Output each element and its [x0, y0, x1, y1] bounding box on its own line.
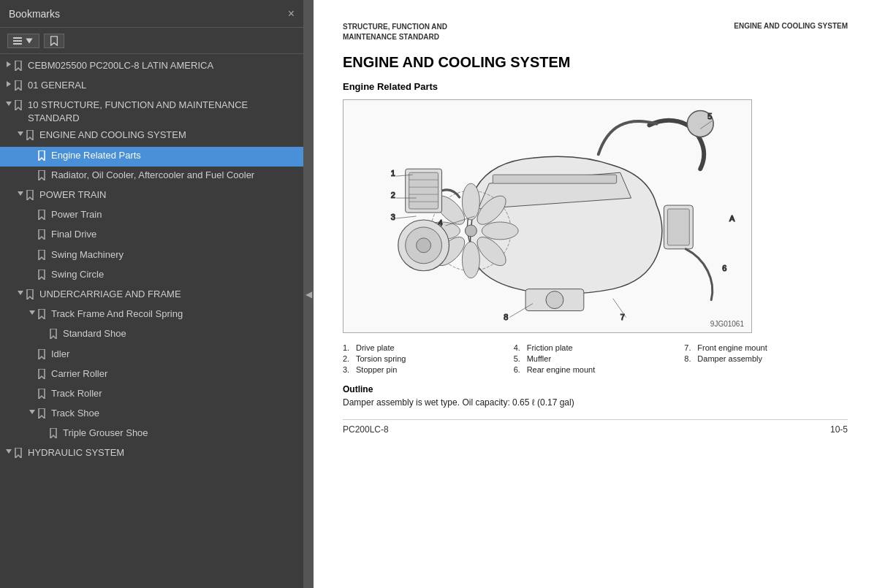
tree-item-label: Track Shoe — [51, 407, 299, 420]
part-number: 8. — [684, 354, 694, 363]
part-description: Drive plate — [356, 343, 395, 352]
tree-item[interactable]: UNDERCARRIAGE AND FRAME — [0, 286, 303, 305]
bookmark-flag-icon — [26, 190, 37, 204]
bookmark-action-button[interactable] — [44, 34, 64, 48]
part-entry: 8.Damper assembly — [684, 354, 848, 363]
right-panel: STRUCTURE, FUNCTION AND MAINTENANCE STAN… — [314, 0, 877, 588]
svg-marker-3 — [26, 38, 32, 43]
diagram-ref: 9JG01061 — [710, 320, 744, 328]
dropdown-arrow-icon — [24, 36, 34, 46]
part-description: Friction plate — [527, 343, 573, 352]
svg-marker-7 — [18, 131, 23, 136]
svg-marker-4 — [7, 61, 11, 67]
tree-item[interactable]: Final Drive — [0, 226, 303, 245]
expand-icon[interactable] — [15, 189, 26, 199]
tree-item[interactable]: Triple Grouser Shoe — [0, 424, 303, 444]
part-number: 2. — [343, 354, 353, 363]
svg-marker-6 — [6, 102, 12, 106]
tree-item-label: Engine Related Parts — [51, 149, 299, 162]
outline-title: Outline — [343, 384, 848, 394]
svg-point-30 — [546, 291, 563, 309]
tree-item[interactable]: 01 GENERAL — [0, 77, 303, 96]
svg-marker-8 — [18, 191, 23, 196]
tree-item-label: HYDRAULIC SYSTEM — [28, 446, 299, 459]
tree-item-label: POWER TRAIN — [39, 188, 299, 202]
svg-marker-11 — [29, 410, 35, 414]
tree-item-label: ENGINE AND COOLING SYSTEM — [39, 129, 299, 142]
tree-item-label: Triple Grouser Shoe — [63, 427, 299, 440]
tree-item-label: Radiator, Oil Cooler, Aftercooler and Fu… — [51, 169, 299, 182]
tree-item[interactable]: Idler — [0, 345, 303, 365]
tree-item[interactable]: Track Shoe — [0, 405, 303, 424]
svg-text:6: 6 — [722, 264, 726, 272]
part-entry: 5.Muffler — [514, 354, 677, 363]
svg-rect-32 — [409, 172, 438, 209]
expand-icon[interactable] — [3, 447, 15, 457]
footer-right: 10-5 — [830, 424, 848, 435]
tree-item-label: Track Frame And Recoil Spring — [51, 308, 299, 321]
part-number — [684, 365, 694, 374]
part-description: Stopper pin — [356, 365, 397, 374]
svg-rect-28 — [667, 209, 689, 245]
tree-item[interactable]: Radiator, Oil Cooler, Aftercooler and Fu… — [0, 167, 303, 186]
svg-point-39 — [417, 238, 431, 253]
tree-item[interactable]: ENGINE AND COOLING SYSTEM — [0, 126, 303, 146]
part-number: 6. — [514, 365, 524, 374]
doc-footer: PC200LC-8 10-5 — [343, 419, 848, 435]
list-icon — [12, 36, 23, 46]
svg-text:4: 4 — [438, 218, 443, 227]
tree-item-label: UNDERCARRIAGE AND FRAME — [39, 288, 299, 301]
part-entry: 7.Front engine mount — [684, 343, 848, 352]
doc-header-right-text: ENGINE AND COOLING SYSTEM — [734, 22, 848, 30]
collapse-panel-button[interactable]: ◀ — [303, 0, 314, 588]
tree-item[interactable]: Swing Machinery — [0, 246, 303, 266]
outline-text: Damper assembly is wet type. Oil capacit… — [343, 397, 848, 408]
svg-marker-12 — [6, 449, 12, 454]
part-entry: 6.Rear engine mount — [514, 365, 677, 374]
bookmark-flag-icon — [38, 270, 48, 283]
section-title: Engine Related Parts — [343, 81, 848, 92]
tree-item[interactable]: CEBM025500 PC200LC-8 LATIN AMERICA — [0, 57, 303, 77]
expand-icon[interactable] — [26, 408, 38, 418]
expand-icon[interactable] — [15, 289, 26, 299]
close-button[interactable]: × — [288, 8, 295, 20]
bookmark-flag-icon — [38, 150, 48, 164]
tree-item[interactable]: Track Roller — [0, 385, 303, 405]
expand-icon[interactable] — [3, 80, 15, 90]
bookmark-flag-icon — [50, 329, 60, 343]
part-description: Front engine mount — [697, 343, 767, 352]
bookmark-flag-icon — [38, 389, 48, 402]
tree-item[interactable]: Power Train — [0, 206, 303, 226]
tree-item[interactable]: 10 STRUCTURE, FUNCTION AND MAINTENANCE S… — [0, 96, 303, 126]
tree-item[interactable]: POWER TRAIN — [0, 186, 303, 206]
svg-rect-15 — [493, 175, 616, 183]
doc-header-right: ENGINE AND COOLING SYSTEM — [734, 22, 848, 30]
tree-item[interactable]: Swing Circle — [0, 266, 303, 286]
svg-marker-5 — [7, 81, 11, 87]
svg-text:5: 5 — [707, 112, 712, 121]
expand-icon[interactable] — [3, 60, 15, 70]
engine-svg: 1 2 3 4 5 6 A 7 8 7 — [343, 100, 751, 332]
tree-item[interactable]: Standard Shoe — [0, 325, 303, 345]
tree-item-label: Final Drive — [51, 228, 299, 241]
bookmark-flag-icon — [50, 428, 60, 442]
part-number: 5. — [514, 354, 524, 363]
part-entry — [684, 365, 848, 374]
part-number: 3. — [343, 365, 353, 374]
bookmark-icon — [49, 36, 59, 46]
expand-icon[interactable] — [15, 129, 26, 140]
expand-icon[interactable] — [3, 99, 15, 110]
svg-rect-1 — [13, 40, 22, 42]
tree-item-label: Swing Machinery — [51, 248, 299, 261]
tree-item[interactable]: Engine Related Parts — [0, 147, 303, 167]
tree-item-label: CEBM025500 PC200LC-8 LATIN AMERICA — [28, 59, 299, 72]
list-view-button[interactable] — [7, 34, 39, 48]
engine-diagram: 1 2 3 4 5 6 A 7 8 7 — [343, 99, 752, 333]
tree-item-label: 10 STRUCTURE, FUNCTION AND MAINTENANCE S… — [28, 99, 299, 124]
bookmarks-header: Bookmarks × — [0, 0, 303, 28]
doc-header-left-text: STRUCTURE, FUNCTION AND MAINTENANCE STAN… — [343, 23, 447, 41]
tree-item[interactable]: Carrier Roller — [0, 365, 303, 385]
tree-item[interactable]: Track Frame And Recoil Spring — [0, 305, 303, 325]
tree-item[interactable]: HYDRAULIC SYSTEM — [0, 444, 303, 464]
expand-icon[interactable] — [26, 308, 38, 318]
